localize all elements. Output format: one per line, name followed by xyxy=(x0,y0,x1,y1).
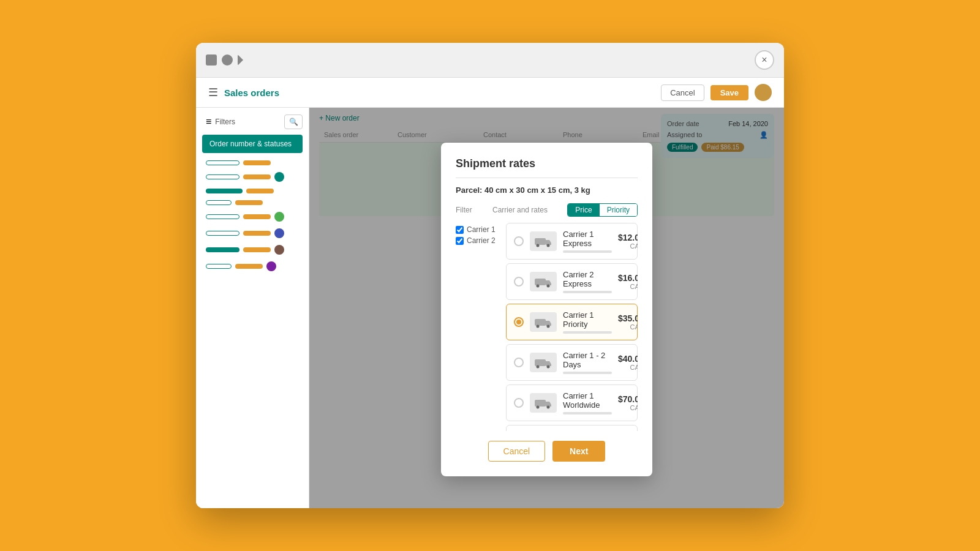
rate-name-c1priority: Carrier 1 Priority xyxy=(563,310,612,329)
modal-cancel-button[interactable]: Cancel xyxy=(488,441,546,462)
priority-toggle-btn[interactable]: Priority xyxy=(600,204,637,216)
rate-radio-c12days[interactable] xyxy=(514,358,524,367)
bar-orange xyxy=(243,160,271,165)
rate-row-c2express[interactable]: Carrier 2 Express $16.00 CAD xyxy=(506,263,638,300)
status-dot xyxy=(266,261,276,271)
toggle-group: Price Priority xyxy=(567,203,638,217)
order-section-header[interactable]: Order number & statuses xyxy=(202,135,303,153)
svg-rect-3 xyxy=(535,279,546,285)
svg-point-2 xyxy=(547,244,550,247)
shipment-rates-modal: Shipment rates Parcel: 40 cm x 30 cm x 1… xyxy=(441,143,652,476)
modal-body: Carrier 1 Carrier 2 xyxy=(456,223,638,441)
parcel-info: Parcel: 40 cm x 30 cm x 15 cm, 3 kg xyxy=(456,186,638,195)
carrier1-checkbox[interactable]: Carrier 1 xyxy=(456,225,499,234)
sidebar: ≡ Filters 🔍 Order number & statuses xyxy=(196,108,309,508)
carrier2-input[interactable] xyxy=(456,237,464,245)
rate-row-c1worldwide[interactable]: Carrier 1 Worldwide $70.00 CAD xyxy=(506,384,638,421)
content-area: ≡ Filters 🔍 Order number & statuses xyxy=(196,108,784,508)
carrier2-checkbox[interactable]: Carrier 2 xyxy=(456,236,499,245)
truck-icon xyxy=(530,312,557,332)
rate-currency: CAD xyxy=(618,283,638,290)
filter-label: Filters xyxy=(215,118,235,126)
rate-currency: CAD xyxy=(618,323,638,331)
rate-currency: CAD xyxy=(618,242,638,250)
truck-icon xyxy=(530,231,557,251)
search-icon[interactable]: 🔍 xyxy=(284,114,303,129)
rate-amount: $35.00 xyxy=(618,313,638,323)
browser-window: × ☰ Sales orders Cancel Save ≡ Filter xyxy=(196,43,784,508)
svg-point-11 xyxy=(547,365,550,369)
rate-info-c2express: Carrier 2 Express xyxy=(563,270,612,293)
svg-rect-9 xyxy=(535,359,546,366)
rate-bar xyxy=(563,250,612,253)
carrier1-input[interactable] xyxy=(456,226,464,234)
status-dot xyxy=(274,212,284,222)
price-toggle-btn[interactable]: Price xyxy=(568,204,599,216)
rate-name-c1worldwide: Carrier 1 Worldwide xyxy=(563,391,612,410)
modal-divider xyxy=(456,178,638,178)
rate-row-c12days[interactable]: Carrier 1 - 2 Days $40.00 CAD xyxy=(506,344,638,381)
bar-orange xyxy=(246,189,274,193)
bar-outline xyxy=(206,264,232,269)
cancel-button[interactable]: Cancel xyxy=(661,84,704,101)
filter-row: Filter Carrier and rates Price Priority xyxy=(456,203,638,217)
menu-icon[interactable]: ☰ xyxy=(208,86,218,99)
rate-info-c1priority: Carrier 1 Priority xyxy=(563,310,612,334)
modal-next-button[interactable]: Next xyxy=(552,441,605,462)
bar-orange xyxy=(243,247,271,252)
bar-outline xyxy=(206,214,239,219)
list-item xyxy=(202,198,303,208)
browser-square-btn[interactable] xyxy=(206,54,217,66)
rate-radio-c1priority[interactable] xyxy=(514,317,524,327)
bar-orange xyxy=(243,214,271,219)
modal-actions: Cancel Next xyxy=(456,441,638,462)
list-item xyxy=(202,226,303,241)
svg-point-14 xyxy=(547,406,550,409)
main-panel: + New order Sales order Customer Contact… xyxy=(309,108,784,508)
svg-point-7 xyxy=(537,325,540,328)
sidebar-filter[interactable]: ≡ Filters xyxy=(202,114,239,130)
list-item xyxy=(202,170,303,184)
rate-price-c12days: $40.00 CAD xyxy=(618,354,638,371)
rate-radio-c1worldwide[interactable] xyxy=(514,398,524,408)
browser-controls xyxy=(206,54,243,66)
rate-info-c12days: Carrier 1 - 2 Days xyxy=(563,351,612,374)
save-button[interactable]: Save xyxy=(710,85,748,100)
status-dot xyxy=(274,228,284,238)
close-icon[interactable]: × xyxy=(755,50,774,70)
bar-orange xyxy=(243,231,271,236)
carrier-rates-col: Carrier and rates xyxy=(492,206,567,214)
app-content: ☰ Sales orders Cancel Save ≡ Filters 🔍 xyxy=(196,78,784,508)
carrier-filter-group: Carrier 1 Carrier 2 xyxy=(456,223,499,441)
rate-amount: $16.00 xyxy=(618,273,638,283)
svg-rect-12 xyxy=(535,400,546,407)
bar-green xyxy=(206,189,243,193)
browser-triangle-btn[interactable] xyxy=(238,54,243,66)
rate-row-c1priority[interactable]: Carrier 1 Priority $35.00 CAD xyxy=(506,304,638,340)
modal-overlay: Shipment rates Parcel: 40 cm x 30 cm x 1… xyxy=(309,108,784,508)
rate-name-c12days: Carrier 1 - 2 Days xyxy=(563,351,612,369)
bar-outline xyxy=(206,231,239,236)
bar-orange xyxy=(235,200,263,205)
carrier2-label: Carrier 2 xyxy=(467,236,496,245)
rates-list: Carrier 1 Express $12.00 CAD xyxy=(506,223,638,431)
browser-titlebar: × xyxy=(196,43,784,78)
rate-row-c2overnight[interactable]: Carrier 2 Overnight $70.00 CAD xyxy=(506,425,638,431)
status-dot xyxy=(274,245,284,255)
rate-bar xyxy=(563,372,612,374)
modal-title: Shipment rates xyxy=(456,157,638,170)
truck-icon xyxy=(530,353,557,372)
truck-icon xyxy=(530,393,557,413)
page-title: Sales orders xyxy=(224,88,279,98)
order-section: Order number & statuses xyxy=(202,135,303,274)
list-item xyxy=(202,186,303,196)
filter-icon: ≡ xyxy=(206,116,211,127)
rate-price-c1express: $12.00 CAD xyxy=(618,233,638,250)
list-item xyxy=(202,158,303,168)
rate-row-c1express[interactable]: Carrier 1 Express $12.00 CAD xyxy=(506,223,638,260)
app-header: ☰ Sales orders Cancel Save xyxy=(196,78,784,108)
rate-radio-c2express[interactable] xyxy=(514,277,524,287)
rate-radio-c1express[interactable] xyxy=(514,236,524,246)
filter-label-col: Filter xyxy=(456,206,492,214)
browser-circle-btn[interactable] xyxy=(222,54,233,66)
